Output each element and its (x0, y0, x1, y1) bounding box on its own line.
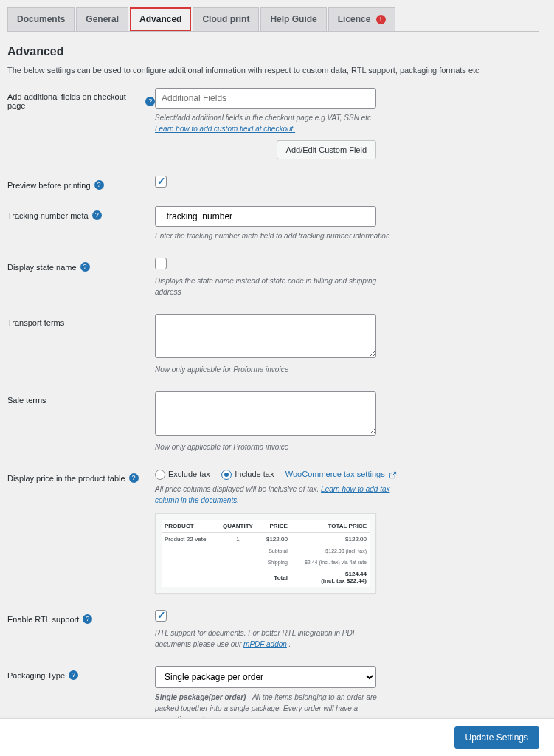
update-settings-button[interactable]: Update Settings (454, 726, 539, 749)
additional-fields-label: Add additional fields on checkout page ? (7, 88, 155, 110)
help-icon[interactable]: ? (83, 614, 92, 624)
mpdf-addon-link[interactable]: mPDF addon (243, 640, 287, 648)
rtl-helper: RTL support for documents. For better RT… (155, 628, 391, 650)
tab-general[interactable]: General (76, 7, 128, 31)
state-name-label: Display state name ? (7, 258, 155, 272)
learn-custom-field-link[interactable]: Learn how to add custom field at checkou… (155, 125, 295, 133)
help-icon[interactable]: ? (92, 210, 102, 220)
total-row: Total$124.44(incl. tax $22.44) (162, 568, 370, 587)
shipping-row: Shipping$2.44 (incl. tax) via flat rate (162, 557, 370, 568)
tab-licence-label: Licence (338, 14, 371, 24)
state-name-helper: Displays the state name instead of state… (155, 275, 391, 298)
tab-advanced[interactable]: Advanced (130, 7, 191, 31)
th-price: PRICE (259, 520, 291, 533)
subtotal-row: Subtotal$122.00 (incl. tax) (162, 546, 370, 557)
price-table-helper: All price columns displayed will be incl… (155, 484, 391, 506)
additional-fields-input[interactable] (155, 88, 376, 109)
exclude-tax-radio[interactable] (155, 470, 165, 480)
external-link-icon (389, 471, 397, 479)
help-icon[interactable]: ? (80, 262, 90, 272)
exclude-tax-radio-label[interactable]: Exclude tax (155, 470, 210, 478)
packaging-select[interactable]: Single package per order (155, 666, 376, 688)
tab-cloud-print[interactable]: Cloud print (193, 7, 259, 31)
tracking-label: Tracking number meta ? (7, 206, 155, 220)
help-icon[interactable]: ? (145, 97, 155, 106)
tab-licence[interactable]: Licence ! (328, 7, 395, 31)
page-title: Advanced (7, 45, 539, 58)
preview-label: Preview before printing ? (7, 176, 155, 190)
tracking-helper: Enter the tracking number meta field to … (155, 230, 391, 241)
rtl-label: Enable RTL support ? (7, 610, 155, 624)
include-tax-radio-label[interactable]: Include tax (221, 470, 274, 478)
price-table-label: Display price in the product table ? (7, 469, 155, 483)
tax-settings-link[interactable]: WooCommerce tax settings (285, 470, 397, 478)
sale-label: Sale terms (7, 391, 155, 405)
transport-label: Transport terms (7, 314, 155, 327)
svg-line-0 (392, 472, 395, 475)
sale-helper: Now only applicable for Proforma invoice (155, 441, 391, 453)
tracking-input[interactable] (155, 206, 376, 227)
help-icon[interactable]: ? (129, 473, 139, 483)
tab-help-guide[interactable]: Help Guide (260, 7, 326, 31)
additional-fields-helper: Select/add additional fields in the chec… (155, 112, 391, 134)
tab-documents[interactable]: Documents (7, 7, 75, 31)
table-row: Product 22-vete 1 $122.00 $122.00 (162, 533, 370, 546)
alert-icon: ! (376, 15, 386, 24)
footer-bar: Update Settings (0, 718, 554, 756)
state-name-checkbox[interactable] (155, 258, 167, 269)
page-description: The below settings can be used to config… (7, 66, 539, 75)
th-quantity: QUANTITY (217, 520, 259, 533)
transport-textarea[interactable] (155, 314, 376, 358)
transport-helper: Now only applicable for Proforma invoice (155, 364, 391, 375)
rtl-checkbox[interactable] (155, 610, 167, 622)
product-table-preview: PRODUCT QUANTITY PRICE TOTAL PRICE Produ… (155, 513, 376, 594)
preview-checkbox[interactable] (155, 176, 167, 188)
th-product: PRODUCT (162, 520, 217, 533)
add-edit-custom-field-button[interactable]: Add/Edit Custom Field (277, 140, 376, 159)
th-total: TOTAL PRICE (291, 520, 370, 533)
help-icon[interactable]: ? (69, 670, 78, 680)
include-tax-radio[interactable] (221, 470, 232, 480)
settings-tabs: Documents General Advanced Cloud print H… (7, 7, 539, 32)
help-icon[interactable]: ? (94, 180, 104, 190)
sale-textarea[interactable] (155, 391, 376, 436)
packaging-label: Packaging Type ? (7, 666, 155, 680)
